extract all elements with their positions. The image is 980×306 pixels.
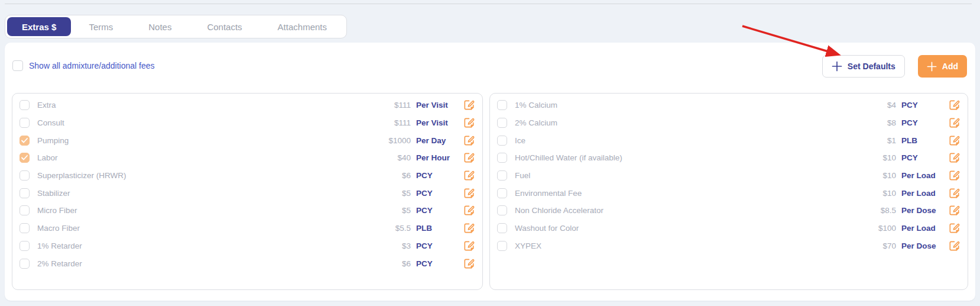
edit-icon[interactable] [461,115,476,131]
edit-icon[interactable] [461,168,476,183]
fee-price: $4 [861,101,896,109]
fee-checkbox[interactable] [497,205,507,215]
fee-label: Stabilizer [37,189,375,198]
fee-label: 1% Calcium [515,101,861,109]
fee-label: Labor [37,153,375,162]
fee-label: XYPEX [515,241,861,250]
fee-checkbox[interactable] [20,100,30,110]
fee-checkbox[interactable] [497,153,507,163]
edit-icon[interactable] [461,238,476,253]
fee-checkbox[interactable] [20,188,30,198]
edit-icon[interactable] [461,256,476,271]
fee-unit: Per Dose [901,241,944,250]
fee-checkbox[interactable] [497,100,507,110]
fee-checkbox[interactable] [20,241,30,251]
fee-price: $3 [375,241,411,250]
show-all-label: Show all admixture/additional fees [29,61,154,70]
edit-icon[interactable] [946,115,962,131]
tab-bar: Extras $ Terms Notes Contacts Attachment… [5,15,347,38]
fee-row: Non Chloride Accelerator $8.5 Per Dose [497,202,962,220]
top-divider [5,4,972,4]
fee-label: 1% Retarder [37,241,375,250]
fee-label: Consult [37,118,375,127]
fee-unit: Per Visit [416,118,459,127]
edit-icon[interactable] [461,133,476,148]
extras-panel-card: Show all admixture/additional fees Set D… [5,43,975,301]
fee-checkbox[interactable] [497,170,507,181]
fee-unit: PCY [416,171,459,180]
edit-icon[interactable] [946,238,962,253]
fee-checkbox[interactable] [20,153,30,163]
fee-checkbox[interactable] [20,170,30,181]
set-defaults-button[interactable]: Set Defaults [822,55,905,78]
fee-price: $70 [861,241,896,250]
fee-checkbox[interactable] [20,223,30,233]
fee-row: Superplasticizer (HRWR) $6 PCY [20,167,476,185]
edit-icon[interactable] [461,150,476,166]
fee-label: Non Chloride Accelerator [515,206,861,215]
fee-checkbox[interactable] [497,241,507,251]
edit-icon[interactable] [946,168,962,183]
edit-icon[interactable] [461,203,476,218]
fee-unit: PCY [416,241,459,250]
show-all-checkbox[interactable] [12,60,23,71]
fee-price: $8.5 [861,206,896,215]
show-all-fees-toggle[interactable]: Show all admixture/additional fees [12,60,154,71]
fee-price: $8 [861,118,896,127]
extras-fees-page: Extras $ Terms Notes Contacts Attachment… [0,0,980,306]
check-icon [21,138,28,143]
fee-checkbox[interactable] [20,136,30,146]
fee-row: Stabilizer $5 PCY [20,184,476,202]
tab-terms[interactable]: Terms [71,17,131,36]
add-button[interactable]: Add [918,55,967,78]
fee-checkbox[interactable] [20,205,30,215]
edit-icon[interactable] [946,133,962,148]
fee-row: Ice $1 PLB [497,131,962,149]
fee-price: $1 [861,136,896,145]
fee-row: 1% Calcium $4 PCY [497,96,962,114]
fee-label: Washout for Color [515,224,861,233]
fee-row: 1% Retarder $3 PCY [20,237,476,255]
edit-icon[interactable] [946,185,962,201]
fee-checkbox[interactable] [20,259,30,269]
edit-icon[interactable] [461,221,476,236]
fee-price: $10 [861,153,896,162]
tab-contacts[interactable]: Contacts [189,17,259,36]
fee-label: Fuel [515,171,861,180]
fee-unit: PCY [901,153,944,162]
edit-icon[interactable] [461,98,476,113]
fee-unit: Per Load [901,224,944,233]
fee-row: Environmental Fee $10 Per Load [497,184,962,202]
edit-icon[interactable] [946,98,962,113]
edit-icon[interactable] [946,203,962,218]
fee-price: $6 [375,259,411,268]
fee-row: 2% Retarder $6 PCY [20,255,476,272]
fee-checkbox[interactable] [497,118,507,128]
fee-row: 2% Calcium $8 PCY [497,114,962,132]
fee-label: 2% Retarder [37,259,375,268]
fee-row: XYPEX $70 Per Dose [497,237,962,255]
fee-checkbox[interactable] [497,136,507,146]
fee-price: $111 [375,118,411,127]
fee-checkbox[interactable] [20,118,30,128]
fee-list-panel-left: Extra $111 Per Visit Consult $111 Per Vi… [12,93,483,290]
fee-unit: PLB [416,224,459,233]
tab-extras[interactable]: Extras $ [7,17,71,36]
fee-unit: PCY [416,189,459,198]
edit-icon[interactable] [946,221,962,236]
tab-attachments[interactable]: Attachments [260,17,345,36]
edit-icon[interactable] [461,185,476,201]
fee-checkbox[interactable] [497,223,507,233]
fee-unit: Per Load [901,171,944,180]
tab-notes[interactable]: Notes [131,17,189,36]
fee-price: $1000 [375,136,411,145]
fee-unit: Per Hour [416,153,459,162]
fee-price: $5 [375,189,411,198]
fee-label: Micro Fiber [37,206,375,215]
fee-checkbox[interactable] [497,188,507,198]
fee-row: Labor $40 Per Hour [20,149,476,167]
fee-label: Hot/Chilled Water (if available) [515,153,861,162]
fee-unit: Per Day [416,136,459,145]
edit-icon[interactable] [946,150,962,166]
fee-price: $5.5 [375,224,411,233]
